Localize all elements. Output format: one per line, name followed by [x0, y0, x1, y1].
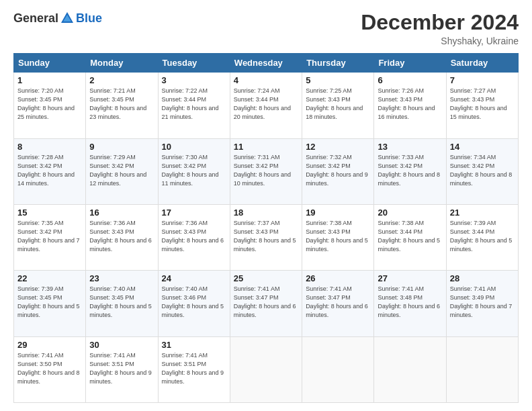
col-monday: Monday [86, 54, 158, 73]
table-row [446, 336, 518, 402]
col-wednesday: Wednesday [230, 54, 302, 73]
table-row: 25Sunrise: 7:41 AMSunset: 3:47 PMDayligh… [230, 271, 302, 336]
calendar-table: Sunday Monday Tuesday Wednesday Thursday… [13, 53, 519, 403]
logo-blue-text: Blue [76, 11, 102, 26]
table-row: 20Sunrise: 7:38 AMSunset: 3:44 PMDayligh… [374, 204, 446, 270]
table-row [302, 336, 374, 402]
table-row: 27Sunrise: 7:41 AMSunset: 3:48 PMDayligh… [374, 271, 446, 336]
table-row: 29Sunrise: 7:41 AMSunset: 3:50 PMDayligh… [14, 336, 86, 402]
table-row: 14Sunrise: 7:34 AMSunset: 3:42 PMDayligh… [446, 138, 518, 204]
table-row: 10Sunrise: 7:30 AMSunset: 3:42 PMDayligh… [158, 138, 230, 204]
table-row: 16Sunrise: 7:36 AMSunset: 3:43 PMDayligh… [86, 204, 158, 270]
table-row: 11Sunrise: 7:31 AMSunset: 3:42 PMDayligh… [230, 138, 302, 204]
location: Shyshaky, Ukraine [361, 36, 519, 46]
logo-general-text: General [13, 11, 58, 26]
table-row: 26Sunrise: 7:41 AMSunset: 3:47 PMDayligh… [302, 271, 374, 336]
table-row: 12Sunrise: 7:32 AMSunset: 3:42 PMDayligh… [302, 138, 374, 204]
table-row: 21Sunrise: 7:39 AMSunset: 3:44 PMDayligh… [446, 204, 518, 270]
table-row: 8Sunrise: 7:28 AMSunset: 3:42 PMDaylight… [14, 138, 86, 204]
header: General Blue December 2024 Shyshaky, Ukr… [13, 11, 519, 46]
table-row: 6Sunrise: 7:26 AMSunset: 3:43 PMDaylight… [374, 73, 446, 138]
table-row: 5Sunrise: 7:25 AMSunset: 3:43 PMDaylight… [302, 73, 374, 138]
logo: General Blue [13, 11, 102, 26]
table-row: 9Sunrise: 7:29 AMSunset: 3:42 PMDaylight… [86, 138, 158, 204]
month-title: December 2024 [361, 11, 519, 34]
calendar-week-1: 1Sunrise: 7:20 AMSunset: 3:45 PMDaylight… [14, 73, 519, 138]
col-friday: Friday [374, 54, 446, 73]
table-row: 31Sunrise: 7:41 AMSunset: 3:51 PMDayligh… [158, 336, 230, 402]
col-saturday: Saturday [446, 54, 518, 73]
calendar-week-5: 29Sunrise: 7:41 AMSunset: 3:50 PMDayligh… [14, 336, 519, 402]
table-row: 15Sunrise: 7:35 AMSunset: 3:42 PMDayligh… [14, 204, 86, 270]
table-row [230, 336, 302, 402]
calendar-week-3: 15Sunrise: 7:35 AMSunset: 3:42 PMDayligh… [14, 204, 519, 270]
col-thursday: Thursday [302, 54, 374, 73]
table-row: 7Sunrise: 7:27 AMSunset: 3:43 PMDaylight… [446, 73, 518, 138]
table-row [374, 336, 446, 402]
col-sunday: Sunday [14, 54, 86, 73]
table-row: 28Sunrise: 7:41 AMSunset: 3:49 PMDayligh… [446, 271, 518, 336]
table-row: 1Sunrise: 7:20 AMSunset: 3:45 PMDaylight… [14, 73, 86, 138]
table-row: 18Sunrise: 7:37 AMSunset: 3:43 PMDayligh… [230, 204, 302, 270]
table-row: 3Sunrise: 7:22 AMSunset: 3:44 PMDaylight… [158, 73, 230, 138]
page: General Blue December 2024 Shyshaky, Ukr… [0, 0, 532, 411]
table-row: 30Sunrise: 7:41 AMSunset: 3:51 PMDayligh… [86, 336, 158, 402]
logo-icon [60, 11, 75, 26]
table-row: 2Sunrise: 7:21 AMSunset: 3:45 PMDaylight… [86, 73, 158, 138]
table-row: 4Sunrise: 7:24 AMSunset: 3:44 PMDaylight… [230, 73, 302, 138]
calendar-header-row: Sunday Monday Tuesday Wednesday Thursday… [14, 54, 519, 73]
table-row: 13Sunrise: 7:33 AMSunset: 3:42 PMDayligh… [374, 138, 446, 204]
calendar-week-4: 22Sunrise: 7:39 AMSunset: 3:45 PMDayligh… [14, 271, 519, 336]
calendar-week-2: 8Sunrise: 7:28 AMSunset: 3:42 PMDaylight… [14, 138, 519, 204]
table-row: 17Sunrise: 7:36 AMSunset: 3:43 PMDayligh… [158, 204, 230, 270]
table-row: 24Sunrise: 7:40 AMSunset: 3:46 PMDayligh… [158, 271, 230, 336]
header-right: December 2024 Shyshaky, Ukraine [361, 11, 519, 46]
table-row: 22Sunrise: 7:39 AMSunset: 3:45 PMDayligh… [14, 271, 86, 336]
table-row: 19Sunrise: 7:38 AMSunset: 3:43 PMDayligh… [302, 204, 374, 270]
table-row: 23Sunrise: 7:40 AMSunset: 3:45 PMDayligh… [86, 271, 158, 336]
col-tuesday: Tuesday [158, 54, 230, 73]
